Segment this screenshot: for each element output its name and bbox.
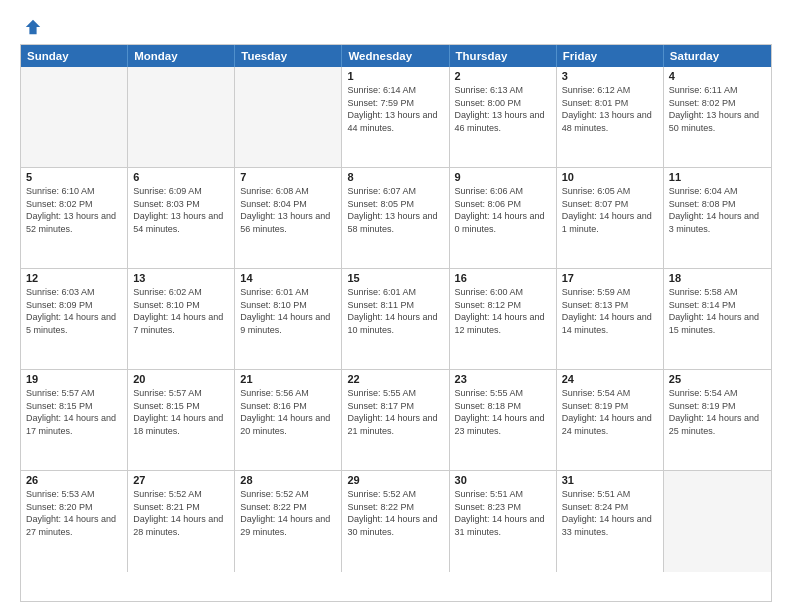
calendar-cell: 2Sunrise: 6:13 AM Sunset: 8:00 PM Daylig… [450,67,557,167]
calendar-header: Sunday Monday Tuesday Wednesday Thursday… [21,45,771,67]
day-info: Sunrise: 5:56 AM Sunset: 8:16 PM Dayligh… [240,387,336,437]
day-info: Sunrise: 5:54 AM Sunset: 8:19 PM Dayligh… [562,387,658,437]
calendar-cell: 11Sunrise: 6:04 AM Sunset: 8:08 PM Dayli… [664,168,771,268]
day-number: 13 [133,272,229,284]
calendar-cell: 29Sunrise: 5:52 AM Sunset: 8:22 PM Dayli… [342,471,449,572]
logo-icon [24,18,42,36]
day-number: 6 [133,171,229,183]
day-number: 28 [240,474,336,486]
calendar: Sunday Monday Tuesday Wednesday Thursday… [20,44,772,602]
calendar-cell [128,67,235,167]
day-number: 31 [562,474,658,486]
day-number: 23 [455,373,551,385]
day-number: 18 [669,272,766,284]
week-row-1: 1Sunrise: 6:14 AM Sunset: 7:59 PM Daylig… [21,67,771,168]
day-number: 17 [562,272,658,284]
header-tuesday: Tuesday [235,45,342,67]
day-info: Sunrise: 6:09 AM Sunset: 8:03 PM Dayligh… [133,185,229,235]
day-number: 12 [26,272,122,284]
day-number: 11 [669,171,766,183]
calendar-cell: 6Sunrise: 6:09 AM Sunset: 8:03 PM Daylig… [128,168,235,268]
day-info: Sunrise: 5:51 AM Sunset: 8:24 PM Dayligh… [562,488,658,538]
day-info: Sunrise: 6:10 AM Sunset: 8:02 PM Dayligh… [26,185,122,235]
calendar-cell: 31Sunrise: 5:51 AM Sunset: 8:24 PM Dayli… [557,471,664,572]
calendar-cell: 27Sunrise: 5:52 AM Sunset: 8:21 PM Dayli… [128,471,235,572]
day-number: 21 [240,373,336,385]
day-info: Sunrise: 5:55 AM Sunset: 8:17 PM Dayligh… [347,387,443,437]
day-number: 4 [669,70,766,82]
calendar-cell: 24Sunrise: 5:54 AM Sunset: 8:19 PM Dayli… [557,370,664,470]
calendar-cell: 5Sunrise: 6:10 AM Sunset: 8:02 PM Daylig… [21,168,128,268]
calendar-cell: 23Sunrise: 5:55 AM Sunset: 8:18 PM Dayli… [450,370,557,470]
day-info: Sunrise: 5:52 AM Sunset: 8:22 PM Dayligh… [240,488,336,538]
day-number: 8 [347,171,443,183]
calendar-cell: 16Sunrise: 6:00 AM Sunset: 8:12 PM Dayli… [450,269,557,369]
day-info: Sunrise: 5:57 AM Sunset: 8:15 PM Dayligh… [133,387,229,437]
calendar-cell: 18Sunrise: 5:58 AM Sunset: 8:14 PM Dayli… [664,269,771,369]
day-info: Sunrise: 6:13 AM Sunset: 8:00 PM Dayligh… [455,84,551,134]
day-number: 14 [240,272,336,284]
calendar-cell: 9Sunrise: 6:06 AM Sunset: 8:06 PM Daylig… [450,168,557,268]
day-info: Sunrise: 5:54 AM Sunset: 8:19 PM Dayligh… [669,387,766,437]
day-info: Sunrise: 6:03 AM Sunset: 8:09 PM Dayligh… [26,286,122,336]
day-info: Sunrise: 6:07 AM Sunset: 8:05 PM Dayligh… [347,185,443,235]
calendar-cell: 25Sunrise: 5:54 AM Sunset: 8:19 PM Dayli… [664,370,771,470]
day-info: Sunrise: 5:59 AM Sunset: 8:13 PM Dayligh… [562,286,658,336]
day-number: 10 [562,171,658,183]
day-info: Sunrise: 5:53 AM Sunset: 8:20 PM Dayligh… [26,488,122,538]
calendar-body: 1Sunrise: 6:14 AM Sunset: 7:59 PM Daylig… [21,67,771,572]
day-info: Sunrise: 6:01 AM Sunset: 8:10 PM Dayligh… [240,286,336,336]
week-row-3: 12Sunrise: 6:03 AM Sunset: 8:09 PM Dayli… [21,269,771,370]
header [20,18,772,36]
day-number: 26 [26,474,122,486]
day-info: Sunrise: 6:14 AM Sunset: 7:59 PM Dayligh… [347,84,443,134]
day-info: Sunrise: 5:55 AM Sunset: 8:18 PM Dayligh… [455,387,551,437]
calendar-cell [664,471,771,572]
day-info: Sunrise: 6:04 AM Sunset: 8:08 PM Dayligh… [669,185,766,235]
day-number: 24 [562,373,658,385]
calendar-cell: 15Sunrise: 6:01 AM Sunset: 8:11 PM Dayli… [342,269,449,369]
calendar-cell [235,67,342,167]
calendar-cell: 4Sunrise: 6:11 AM Sunset: 8:02 PM Daylig… [664,67,771,167]
header-monday: Monday [128,45,235,67]
calendar-cell: 30Sunrise: 5:51 AM Sunset: 8:23 PM Dayli… [450,471,557,572]
day-number: 2 [455,70,551,82]
header-friday: Friday [557,45,664,67]
day-info: Sunrise: 6:08 AM Sunset: 8:04 PM Dayligh… [240,185,336,235]
calendar-cell: 12Sunrise: 6:03 AM Sunset: 8:09 PM Dayli… [21,269,128,369]
day-number: 30 [455,474,551,486]
day-info: Sunrise: 5:58 AM Sunset: 8:14 PM Dayligh… [669,286,766,336]
day-info: Sunrise: 6:05 AM Sunset: 8:07 PM Dayligh… [562,185,658,235]
day-info: Sunrise: 5:52 AM Sunset: 8:21 PM Dayligh… [133,488,229,538]
calendar-cell: 1Sunrise: 6:14 AM Sunset: 7:59 PM Daylig… [342,67,449,167]
day-number: 3 [562,70,658,82]
day-info: Sunrise: 6:00 AM Sunset: 8:12 PM Dayligh… [455,286,551,336]
day-info: Sunrise: 6:12 AM Sunset: 8:01 PM Dayligh… [562,84,658,134]
calendar-cell: 17Sunrise: 5:59 AM Sunset: 8:13 PM Dayli… [557,269,664,369]
day-number: 22 [347,373,443,385]
day-number: 27 [133,474,229,486]
day-number: 20 [133,373,229,385]
day-info: Sunrise: 6:06 AM Sunset: 8:06 PM Dayligh… [455,185,551,235]
day-number: 5 [26,171,122,183]
calendar-cell: 7Sunrise: 6:08 AM Sunset: 8:04 PM Daylig… [235,168,342,268]
day-number: 1 [347,70,443,82]
svg-marker-0 [26,20,40,34]
page: Sunday Monday Tuesday Wednesday Thursday… [0,0,792,612]
week-row-5: 26Sunrise: 5:53 AM Sunset: 8:20 PM Dayli… [21,471,771,572]
header-wednesday: Wednesday [342,45,449,67]
calendar-cell: 19Sunrise: 5:57 AM Sunset: 8:15 PM Dayli… [21,370,128,470]
calendar-cell: 21Sunrise: 5:56 AM Sunset: 8:16 PM Dayli… [235,370,342,470]
day-info: Sunrise: 5:57 AM Sunset: 8:15 PM Dayligh… [26,387,122,437]
calendar-cell: 13Sunrise: 6:02 AM Sunset: 8:10 PM Dayli… [128,269,235,369]
day-info: Sunrise: 5:52 AM Sunset: 8:22 PM Dayligh… [347,488,443,538]
day-number: 15 [347,272,443,284]
week-row-4: 19Sunrise: 5:57 AM Sunset: 8:15 PM Dayli… [21,370,771,471]
calendar-cell: 28Sunrise: 5:52 AM Sunset: 8:22 PM Dayli… [235,471,342,572]
day-info: Sunrise: 6:11 AM Sunset: 8:02 PM Dayligh… [669,84,766,134]
day-number: 16 [455,272,551,284]
calendar-cell: 8Sunrise: 6:07 AM Sunset: 8:05 PM Daylig… [342,168,449,268]
day-info: Sunrise: 5:51 AM Sunset: 8:23 PM Dayligh… [455,488,551,538]
calendar-cell: 10Sunrise: 6:05 AM Sunset: 8:07 PM Dayli… [557,168,664,268]
day-number: 19 [26,373,122,385]
